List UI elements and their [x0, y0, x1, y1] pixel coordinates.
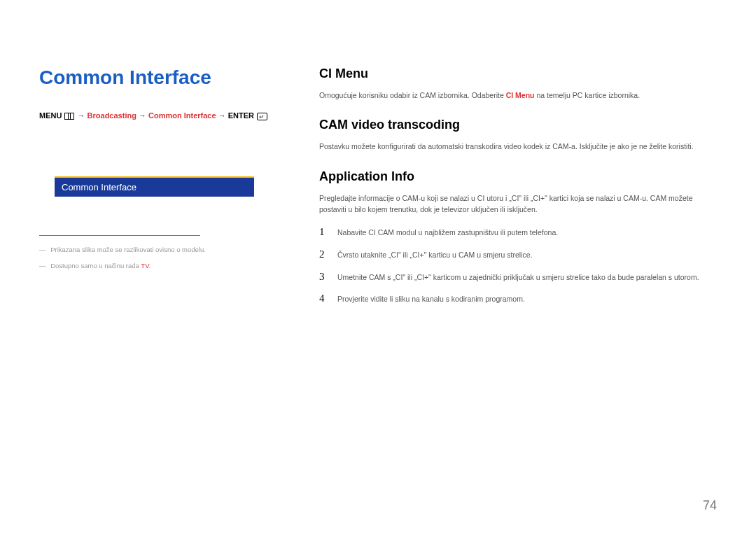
list-item: 2 Čvrsto utaknite „CI" ili „CI+" karticu…	[319, 248, 717, 261]
step-text: Umetnite CAM s „CI" ili „CI+" karticom u…	[337, 272, 699, 283]
section-app-info-body: Pregledajte informacije o CAM-u koji se …	[319, 192, 717, 216]
step-number: 2	[319, 248, 328, 260]
menu-preview: Common Interface	[55, 176, 254, 197]
page-title: Common Interface	[39, 66, 284, 89]
menu-breadcrumb: MENU → Broadcasting → Common Interface →…	[39, 110, 284, 122]
step-number: 4	[319, 293, 328, 304]
footnote-2: ― Dostupno samo u načinu rada TV.	[39, 260, 284, 271]
breadcrumb-item-common-interface: Common Interface	[148, 111, 216, 120]
breadcrumb-item-broadcasting: Broadcasting	[88, 111, 136, 120]
breadcrumb-enter-label: ENTER	[228, 111, 254, 120]
list-item: 1 Nabavite CI CAM modul u najbližem zast…	[319, 226, 717, 239]
enter-icon	[257, 113, 267, 120]
step-number: 1	[319, 226, 328, 238]
right-column: CI Menu Omogućuje korisniku odabir iz CA…	[319, 66, 717, 315]
dash-icon: ―	[39, 246, 46, 253]
footnote-tv: TV	[141, 262, 148, 269]
step-text: Čvrsto utaknite „CI" ili „CI+" karticu u…	[337, 250, 532, 261]
section-app-info-title: Application Info	[319, 169, 717, 184]
steps-list: 1 Nabavite CI CAM modul u najbližem zast…	[319, 226, 717, 305]
section-ci-menu-title: CI Menu	[319, 66, 717, 81]
breadcrumb-arrow: →	[78, 111, 85, 120]
list-item: 4 Provjerite vidite li sliku na kanalu s…	[319, 293, 717, 305]
page-number: 74	[703, 498, 717, 513]
section-cam-transcoding-body: Postavku možete konfigurirati da automat…	[319, 141, 717, 152]
left-column: Common Interface MENU → Broadcasting → C…	[39, 66, 284, 315]
footnote-1: ― Prikazana slika može se razlikovati ov…	[39, 244, 284, 255]
menu-icon	[64, 113, 74, 120]
menu-header: Common Interface	[55, 176, 254, 197]
step-text: Provjerite vidite li sliku na kanalu s k…	[337, 294, 525, 305]
step-number: 3	[319, 271, 328, 283]
footnote-text: Dostupno samo u načinu rada	[50, 262, 139, 269]
list-item: 3 Umetnite CAM s „CI" ili „CI+" karticom…	[319, 271, 717, 283]
dash-icon: ―	[39, 262, 46, 269]
document-page: Common Interface MENU → Broadcasting → C…	[0, 0, 756, 343]
breadcrumb-arrow: →	[218, 111, 226, 120]
section-cam-transcoding-title: CAM video transcoding	[319, 118, 717, 132]
breadcrumb-menu-label: MENU	[39, 111, 62, 120]
step-text: Nabavite CI CAM modul u najbližem zastup…	[337, 227, 558, 239]
section-ci-menu-body: Omogućuje korisniku odabir iz CAM izborn…	[319, 90, 717, 101]
breadcrumb-arrow: →	[139, 111, 146, 120]
divider	[39, 235, 200, 236]
footnote-text: Prikazana slika može se razlikovati ovis…	[50, 246, 206, 253]
